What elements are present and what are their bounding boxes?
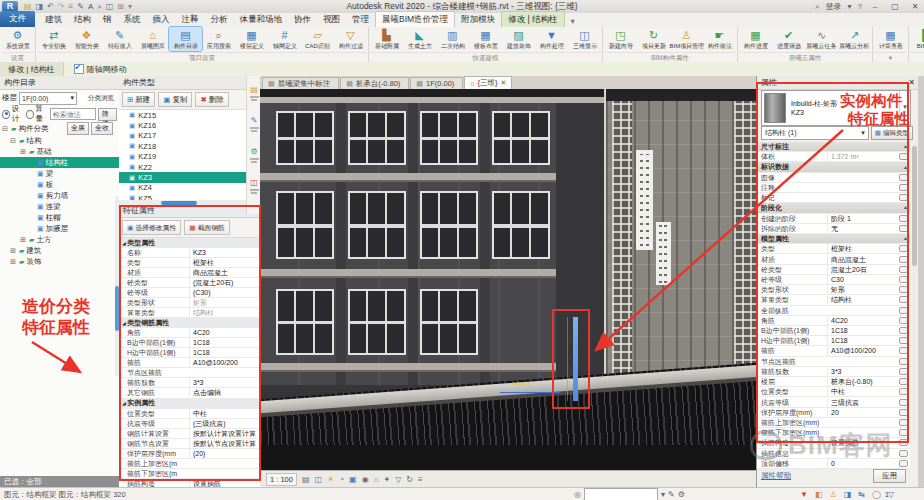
instance-property-row[interactable]: 图像 bbox=[757, 173, 910, 183]
catalog-search-input[interactable] bbox=[50, 108, 96, 120]
tree-item[interactable]: ⊞ ▰ 基础 bbox=[0, 146, 119, 157]
instance-property-row[interactable]: 砼类型 混凝土20石 bbox=[757, 265, 910, 275]
collapse-all-button[interactable]: 全收 bbox=[91, 122, 113, 135]
tree-item[interactable]: ⊞ ▰ 装饰 bbox=[0, 256, 119, 267]
feature-property-row[interactable]: 保护层厚度(mm (20) bbox=[119, 449, 260, 459]
feature-property-row[interactable]: 箍筋肢数 3*3 bbox=[119, 378, 260, 388]
status-bar-icon[interactable]: ◧ bbox=[815, 489, 823, 500]
properties-help-link[interactable]: 属性帮助 bbox=[761, 471, 791, 481]
feature-property-row[interactable]: 类型属性 bbox=[119, 238, 260, 248]
tree-item[interactable]: ▣ 剪力墙 bbox=[0, 190, 119, 201]
ribbon-tab[interactable]: 视图 bbox=[317, 12, 346, 27]
side-toolbar-item[interactable]: ▤ bbox=[250, 84, 259, 101]
feature-property-row[interactable]: 钢筋节点设置 按默认节点设置计算 bbox=[119, 439, 260, 449]
associate-parameter-button[interactable] bbox=[899, 419, 908, 426]
associate-parameter-button[interactable] bbox=[899, 245, 908, 252]
instance-property-row[interactable]: 角筋 4C20 bbox=[757, 316, 910, 326]
ribbon-button[interactable]: ❖ 智能分类 bbox=[70, 27, 103, 51]
edit-type-button[interactable]: ▦ 编辑类型 bbox=[871, 126, 913, 140]
tree-item[interactable]: ▣ 连梁 bbox=[0, 201, 119, 212]
associate-parameter-button[interactable] bbox=[899, 450, 908, 457]
ribbon-tab[interactable]: 文件 bbox=[0, 11, 35, 27]
qat-icon[interactable]: ◫ bbox=[106, 1, 114, 12]
tree-toggle-icon[interactable]: ⊞ bbox=[20, 236, 27, 244]
classify-browse-checkbox[interactable] bbox=[79, 95, 86, 102]
floor-select[interactable]: 1F(0.00)▾ bbox=[19, 92, 77, 105]
status-bar-icon[interactable]: ◨ bbox=[844, 489, 852, 500]
instance-property-row[interactable]: 模型属性 bbox=[757, 234, 910, 244]
feature-property-row[interactable]: 砼等级 (C30) bbox=[119, 288, 260, 298]
chevron-down-icon[interactable]: ▾ bbox=[661, 489, 665, 500]
instance-property-row[interactable]: 顶部偏移 0 bbox=[757, 459, 910, 469]
status-bar-icon[interactable]: ♙ bbox=[829, 489, 836, 500]
ribbon-button[interactable]: ▤ 构件目录 bbox=[169, 27, 202, 51]
ribbon-button[interactable]: ▦ 构件进度 bbox=[739, 27, 772, 51]
feature-property-row[interactable]: 箍筋上加密区(m bbox=[119, 459, 260, 469]
view-scale[interactable]: 1 : 100 bbox=[266, 473, 297, 486]
instance-property-row[interactable]: 阶段化 bbox=[757, 203, 910, 213]
feature-property-row[interactable]: 角筋 4C20 bbox=[119, 328, 260, 338]
ribbon-button[interactable]: ↻ 项目更新 bbox=[637, 27, 670, 51]
tree-toggle-icon[interactable]: ⊟ bbox=[10, 137, 17, 145]
ribbon-tab[interactable]: 建筑 bbox=[39, 12, 68, 27]
feature-property-row[interactable]: 箍筋 A10@100/200 bbox=[119, 358, 260, 368]
ribbon-button[interactable]: ⌕ 应用搜索 bbox=[202, 27, 235, 51]
qat-icon[interactable]: ↶ bbox=[47, 1, 54, 12]
instance-property-row[interactable]: 创建的阶段 阶段 1 bbox=[757, 214, 910, 224]
associate-parameter-button[interactable] bbox=[899, 399, 908, 406]
side-toolbar-item[interactable]: ◫ bbox=[250, 177, 259, 194]
ribbon-button[interactable]: ↗ 晨曦云分析 bbox=[838, 27, 871, 51]
view-tab[interactable]: ⌂ {三维} ✕ bbox=[464, 76, 512, 89]
type-toolbar-button[interactable]: ▣ 复制 bbox=[158, 92, 192, 107]
view-control-icon[interactable]: ◫ bbox=[315, 474, 323, 485]
view-control-icon[interactable]: ▤ bbox=[302, 474, 310, 485]
status-bar-icon[interactable]: ◯ bbox=[872, 489, 881, 500]
ribbon-tab[interactable]: 晨曦BIM造价管理 bbox=[375, 11, 455, 27]
tree-toggle-icon[interactable]: ⊞ bbox=[10, 247, 17, 255]
associate-parameter-button[interactable] bbox=[899, 256, 908, 263]
feature-property-row[interactable]: 其它钢筋 点击编辑 bbox=[119, 388, 260, 398]
help-icon[interactable]: ? bbox=[858, 1, 862, 12]
instance-property-row[interactable]: 算量类型 结构柱 bbox=[757, 295, 910, 305]
instance-property-row[interactable]: 标记 bbox=[757, 193, 910, 203]
associate-parameter-button[interactable] bbox=[899, 225, 908, 232]
close-button[interactable]: ✕ bbox=[908, 2, 922, 11]
view-tab[interactable]: ▤ 1F(0.00) bbox=[410, 77, 463, 89]
associate-parameter-button[interactable] bbox=[899, 368, 908, 375]
feature-property-row[interactable]: 位置类型 中柱 bbox=[119, 409, 260, 419]
ribbon-tab[interactable]: 系统 bbox=[118, 12, 147, 27]
feature-property-row[interactable]: 类型 框架柱 bbox=[119, 258, 260, 268]
search-icon[interactable]: ⌕ bbox=[815, 1, 819, 12]
qat-icon[interactable]: ≡ bbox=[69, 1, 74, 12]
type-list-item[interactable]: ▣ KZ4 bbox=[119, 183, 260, 193]
type-list-item[interactable]: ▣ KZ17 bbox=[119, 131, 260, 141]
ribbon-tab[interactable]: ▾ bbox=[565, 14, 581, 27]
instance-property-row[interactable]: 拆除的阶段 无 bbox=[757, 224, 910, 234]
ribbon-tab[interactable]: 注释 bbox=[176, 12, 205, 27]
instance-property-row[interactable]: 全部纵筋 bbox=[757, 306, 910, 316]
tree-item[interactable]: ▣ 梁 bbox=[0, 168, 119, 179]
instance-property-row[interactable]: 尺寸标注 bbox=[757, 142, 910, 152]
instance-property-row[interactable]: B边中部筋(1侧) 1C18 bbox=[757, 326, 910, 336]
associate-parameter-button[interactable] bbox=[899, 184, 908, 191]
associate-parameter-button[interactable] bbox=[899, 327, 908, 334]
ribbon-button[interactable]: ▋ BIM数.. bbox=[910, 27, 924, 51]
associate-parameter-button[interactable] bbox=[899, 388, 908, 395]
ribbon-button[interactable]: ▙ 基础附属 bbox=[370, 27, 403, 51]
type-list-item[interactable]: ▣ KZ3 bbox=[119, 172, 260, 182]
associate-parameter-button[interactable] bbox=[899, 429, 908, 436]
tree-item[interactable]: ▣ 柱帽 bbox=[0, 212, 119, 223]
selected-column-highlight[interactable] bbox=[573, 317, 578, 401]
feature-property-row[interactable]: 类型钢筋属性 bbox=[119, 318, 260, 328]
properties-scrollbar[interactable] bbox=[912, 142, 917, 437]
associate-parameter-button[interactable] bbox=[899, 276, 908, 283]
associate-parameter-button[interactable] bbox=[899, 317, 908, 324]
feature-property-row[interactable]: 材质 商品混凝土 bbox=[119, 268, 260, 278]
view-control-icon[interactable]: ◔ bbox=[339, 474, 344, 485]
instance-property-row[interactable]: 箍筋下加密区(mm) bbox=[757, 428, 910, 438]
ribbon-button[interactable]: ⚙ 系统设置 bbox=[1, 27, 34, 51]
tree-toggle-icon[interactable]: ⊟ bbox=[0, 125, 9, 133]
restore-button[interactable]: ▢ bbox=[888, 2, 902, 11]
ribbon-button[interactable]: ▥ 二次结构 bbox=[436, 27, 469, 51]
ribbon-button[interactable]: ♙ BIM项目管理 bbox=[670, 27, 703, 51]
